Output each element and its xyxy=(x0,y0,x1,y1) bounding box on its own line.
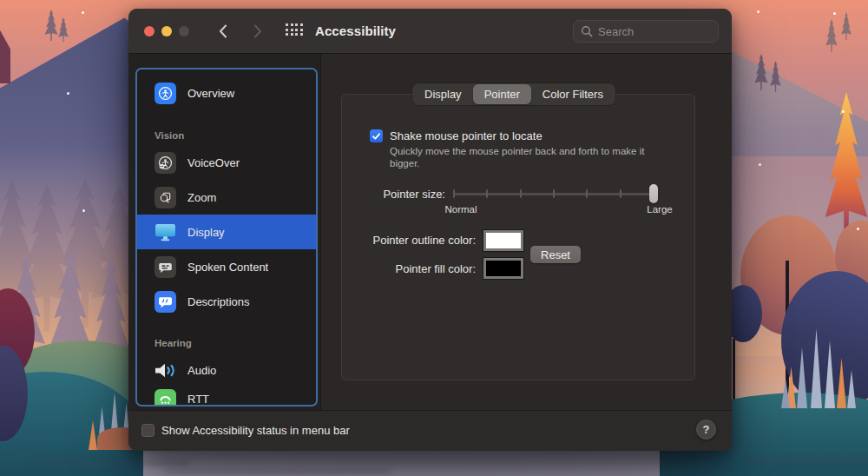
slider-tick xyxy=(620,189,621,198)
rtt-icon xyxy=(155,389,176,407)
sidebar-item-label: Display xyxy=(187,226,225,239)
slider-max-label: Large xyxy=(625,204,694,215)
reset-button[interactable]: Reset xyxy=(530,246,581,263)
close-button[interactable] xyxy=(144,26,155,36)
window-body: Overview Vision VoiceOver Zoom xyxy=(128,54,732,410)
sidebar-item-label: Spoken Content xyxy=(187,261,268,274)
pointer-outline-color-well[interactable] xyxy=(483,230,523,251)
sidebar-item-label: Zoom xyxy=(187,191,216,204)
system-preferences-window: Accessibility Search Overview Vision xyxy=(128,9,732,451)
star xyxy=(82,11,84,14)
chevron-left-icon xyxy=(219,24,227,38)
pointer-settings-group: Shake mouse pointer to locate Quickly mo… xyxy=(341,94,695,380)
show-all-grid-icon[interactable] xyxy=(286,23,303,36)
sidebar-item-zoom[interactable]: Zoom xyxy=(137,180,316,215)
star xyxy=(857,228,859,230)
star xyxy=(67,92,69,95)
titlebar[interactable]: Accessibility Search xyxy=(128,9,732,54)
shake-pointer-label: Shake mouse pointer to locate xyxy=(390,129,542,142)
search-field[interactable]: Search xyxy=(573,20,719,43)
ground-reflection xyxy=(746,458,868,463)
pointer-size-slider[interactable] xyxy=(453,184,658,203)
traffic-lights xyxy=(144,26,189,36)
desktop-wallpaper: Accessibility Search Overview Vision xyxy=(0,0,868,476)
chevron-right-icon xyxy=(253,24,262,38)
sidebar-item-label: RTT xyxy=(187,387,209,407)
wallpaper-pine-silhouette xyxy=(43,10,59,41)
accessibility-overview-icon xyxy=(155,83,176,104)
minimize-button[interactable] xyxy=(161,26,172,36)
slider-track[interactable] xyxy=(453,193,658,195)
sidebar-item-descriptions[interactable]: Descriptions xyxy=(137,284,316,319)
sidebar-item-voiceover[interactable]: VoiceOver xyxy=(137,145,316,180)
star xyxy=(833,12,836,15)
sidebar-item-rtt[interactable]: RTT xyxy=(137,387,316,407)
display-icon xyxy=(153,221,178,243)
sidebar-item-display[interactable]: Display xyxy=(137,215,316,249)
slider-tick xyxy=(486,189,488,198)
voiceover-icon xyxy=(155,152,176,174)
pointer-fill-color-well[interactable] xyxy=(483,258,523,279)
sidebar-list: Overview Vision VoiceOver Zoom xyxy=(135,68,318,407)
back-button[interactable] xyxy=(212,21,234,42)
outline-color-swatch xyxy=(486,233,521,248)
star xyxy=(757,10,760,13)
sidebar: Overview Vision VoiceOver Zoom xyxy=(128,54,321,410)
search-placeholder: Search xyxy=(598,25,634,38)
pointer-fill-color-label: Pointer fill color: xyxy=(342,262,476,275)
window-footer: Show Accessibility status in menu bar ? xyxy=(128,410,732,451)
sidebar-item-label: VoiceOver xyxy=(187,156,240,169)
pointer-size-label: Pointer size: xyxy=(342,188,445,201)
slider-tick xyxy=(453,189,455,198)
audio-icon xyxy=(153,360,178,381)
forward-button[interactable] xyxy=(247,21,269,42)
tab-pointer[interactable]: Pointer xyxy=(473,84,531,104)
checkmark-icon xyxy=(372,132,381,141)
sidebar-item-audio[interactable]: Audio xyxy=(137,353,316,387)
wallpaper-pine-silhouette xyxy=(57,17,69,42)
star xyxy=(82,209,85,212)
slider-min-label: Normal xyxy=(426,204,496,215)
ground-reflection xyxy=(35,460,191,466)
shake-pointer-checkbox[interactable] xyxy=(370,129,383,142)
help-button[interactable]: ? xyxy=(696,420,716,440)
pointer-outline-color-label: Pointer outline color: xyxy=(342,234,476,247)
sidebar-section-hearing: Hearing xyxy=(137,337,316,349)
zoom-feature-icon xyxy=(155,187,176,208)
search-icon xyxy=(581,25,593,37)
wallpaper-pine-silhouette xyxy=(840,12,852,40)
sidebar-item-spoken-content[interactable]: Spoken Content xyxy=(137,249,316,284)
show-accessibility-status-checkbox[interactable] xyxy=(141,424,155,437)
sidebar-item-label: Audio xyxy=(187,364,216,377)
descriptions-icon xyxy=(155,291,176,313)
show-accessibility-status-label: Show Accessibility status in menu bar xyxy=(161,424,350,437)
window-title: Accessibility xyxy=(315,23,396,38)
tab-bar: Display Pointer Color Filters xyxy=(412,83,615,105)
star xyxy=(759,163,761,166)
slider-tick xyxy=(520,189,522,198)
wallpaper-pine-silhouette xyxy=(825,19,838,52)
shake-pointer-help-text: Quickly move the mouse pointer back and … xyxy=(390,146,667,169)
main-pane: Shake mouse pointer to locate Quickly mo… xyxy=(321,54,732,410)
tab-display[interactable]: Display xyxy=(413,84,473,104)
star xyxy=(842,110,845,113)
wallpaper-trunk xyxy=(733,339,735,407)
slider-tick xyxy=(553,189,555,198)
spoken-content-icon xyxy=(155,256,176,278)
wallpaper-bush xyxy=(0,21,10,83)
ground-reflection xyxy=(165,469,391,473)
sidebar-item-label: Descriptions xyxy=(187,295,250,308)
zoom-button[interactable] xyxy=(179,26,189,36)
sidebar-item-overview[interactable]: Overview xyxy=(137,76,316,110)
wallpaper-grass-tuft xyxy=(781,328,864,408)
slider-thumb[interactable] xyxy=(649,184,658,203)
sidebar-item-label: Overview xyxy=(187,87,234,100)
fill-color-swatch xyxy=(486,261,521,276)
tab-color-filters[interactable]: Color Filters xyxy=(531,84,615,104)
sidebar-section-vision: Vision xyxy=(137,129,316,142)
